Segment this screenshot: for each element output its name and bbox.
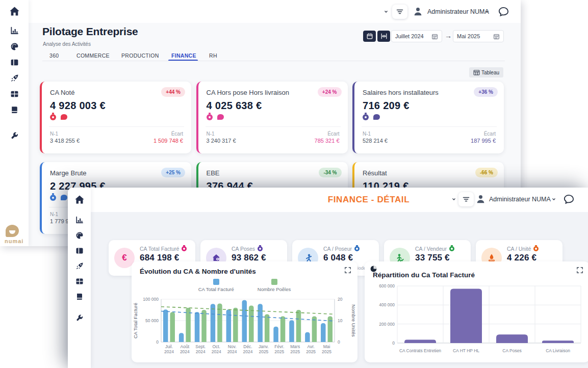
expand-icon[interactable]	[344, 267, 351, 274]
tab-360[interactable]: 360	[49, 52, 59, 59]
ecart-label: Écart	[171, 131, 183, 137]
kpi-delta-badge: -66 %	[475, 168, 498, 177]
date-from-input[interactable]: Juillet 2024	[391, 30, 442, 42]
tab-rh[interactable]: RH	[209, 52, 217, 59]
calendar-mode-button[interactable]	[363, 31, 376, 42]
sidebar-palette-icon[interactable]	[10, 42, 19, 51]
filter-button[interactable]	[458, 192, 474, 206]
user-menu-chevron-icon[interactable]	[484, 9, 490, 14]
date-from-value: Juillet 2024	[395, 33, 424, 39]
kpi-value: 4 928 003 €	[50, 100, 106, 112]
stopwatch-icon[interactable]	[258, 246, 263, 251]
detail-kpi-label: CA Poses	[232, 246, 255, 252]
sidebar-rocket-icon[interactable]	[10, 74, 19, 83]
svg-text:CA HT HP HL: CA HT HP HL	[453, 348, 479, 353]
svg-text:2024: 2024	[196, 349, 206, 354]
svg-text:Déc.: Déc.	[243, 344, 252, 349]
detail-window-title: FINANCE - DÉTAIL	[292, 195, 445, 205]
calendar-icon	[366, 33, 373, 40]
svg-text:2024: 2024	[180, 349, 190, 354]
kpi-divider	[49, 126, 184, 127]
legend-label-ca: CA Total Facturé	[198, 286, 234, 292]
evolution-chart: 050 000100 00001020Juil.2024Août2024Sept…	[132, 295, 357, 359]
stopwatch-icon[interactable]	[354, 246, 360, 251]
comment-icon[interactable]	[217, 114, 224, 120]
svg-text:Mars: Mars	[290, 344, 300, 349]
avatar-icon[interactable]	[413, 7, 423, 16]
kpi-delta-badge: +44 %	[161, 87, 185, 97]
tab-commerce[interactable]: COMMERCE	[76, 52, 110, 59]
sidebar-palette-icon[interactable]	[75, 231, 84, 240]
expand-icon[interactable]	[576, 267, 583, 274]
svg-text:2025: 2025	[259, 349, 268, 354]
kpi-delta-badge: +36 %	[474, 87, 498, 97]
detail-kpi-label: CA / Vendeur	[415, 246, 447, 252]
sidebar-analytics-icon[interactable]	[75, 216, 84, 224]
detail-kpi-label: CA / Poseur	[323, 246, 352, 252]
sidebar-rocket-icon[interactable]	[75, 262, 84, 270]
sidebar-table-icon[interactable]	[10, 90, 19, 98]
kpi-card: Salaires hors installateurs +36 % 716 20…	[352, 82, 504, 153]
stopwatch-icon[interactable]	[449, 246, 454, 251]
svg-text:400 000: 400 000	[379, 302, 395, 307]
user-menu[interactable]: Administrateur NUMA	[489, 196, 551, 203]
comment-icon[interactable]	[373, 114, 380, 120]
sidebar-analytics-icon[interactable]	[10, 27, 19, 35]
date-to-input[interactable]: Mai 2025	[453, 30, 504, 42]
svg-text:Août: Août	[181, 344, 190, 349]
date-to-value: Mai 2025	[457, 33, 480, 39]
tab-finance[interactable]: FINANCE	[171, 52, 196, 59]
svg-text:CA Poses: CA Poses	[502, 348, 521, 353]
kpi-delta-badge: +24 %	[318, 87, 342, 97]
chart-legend: CA Total Facturé Nombre Poêles	[132, 279, 357, 292]
range-mode-button[interactable]	[377, 31, 390, 42]
tab-production[interactable]: PRODUCTION	[121, 52, 159, 59]
stopwatch-icon[interactable]	[363, 114, 369, 120]
tableau-button[interactable]: Tableau	[469, 67, 503, 77]
comment-icon[interactable]	[61, 195, 67, 200]
filter-button[interactable]	[392, 5, 407, 19]
sidebar-home-icon[interactable]	[9, 6, 20, 17]
sidebar-book-icon[interactable]	[10, 106, 19, 114]
user-menu-chevron-icon[interactable]	[551, 197, 556, 202]
chat-icon[interactable]	[498, 6, 509, 17]
collapse-chevron-icon[interactable]	[384, 9, 389, 14]
sidebar-home-icon[interactable]	[74, 195, 85, 205]
sidebar-columns-icon[interactable]	[10, 58, 19, 67]
stopwatch-icon[interactable]	[533, 246, 539, 251]
stopwatch-icon[interactable]	[207, 114, 213, 120]
page-subtitle: Analyse des Activités	[43, 41, 91, 47]
evolution-chart-title: Évolution du CA & Nombre d'unités	[140, 268, 256, 275]
sidebar-wrench-icon[interactable]	[75, 314, 84, 322]
kpi-divider	[362, 126, 497, 127]
svg-text:20: 20	[338, 297, 343, 302]
chat-icon[interactable]	[564, 194, 574, 204]
user-menu[interactable]: Administrateur NUMA	[427, 8, 489, 15]
comment-icon[interactable]	[61, 114, 67, 120]
sidebar-wrench-icon[interactable]	[10, 132, 19, 140]
date-picker-icon	[431, 33, 438, 40]
svg-text:2025: 2025	[322, 349, 331, 354]
n1-label: N-1	[207, 131, 215, 137]
date-range-arrow: →	[445, 32, 452, 40]
ecart-value: 785 321 €	[315, 138, 340, 144]
kpi-card: CA Hors pose Hors livraison +24 % 4 025 …	[196, 82, 348, 153]
repartition-chart-title: Répartition du Ca Total Facturé	[373, 271, 475, 279]
svg-text:100 000: 100 000	[143, 297, 159, 302]
sidebar-book-icon[interactable]	[75, 293, 84, 301]
date-picker-icon	[493, 33, 500, 40]
sidebar-columns-icon[interactable]	[75, 247, 84, 255]
collapse-chevron-icon[interactable]	[451, 197, 456, 202]
sidebar-table-icon[interactable]	[75, 277, 84, 285]
svg-text:Janv.: Janv.	[259, 344, 269, 349]
filter-icon	[462, 195, 470, 203]
kpi-value: 716 209 €	[363, 100, 410, 112]
stopwatch-icon[interactable]	[182, 246, 187, 251]
stopwatch-icon[interactable]	[50, 195, 56, 201]
svg-text:2025: 2025	[290, 349, 300, 354]
svg-text:2025: 2025	[274, 349, 284, 354]
n1-value: 3 418 255 €	[50, 138, 80, 144]
stopwatch-icon[interactable]	[50, 114, 56, 120]
svg-text:CA Contrats Entretien: CA Contrats Entretien	[399, 348, 441, 353]
avatar-icon[interactable]	[476, 194, 485, 204]
